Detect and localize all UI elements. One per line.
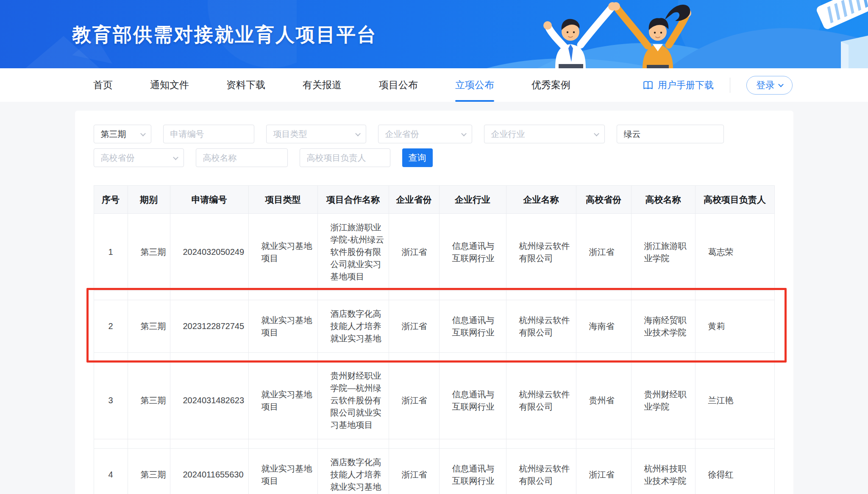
column-header: 高校名称 [631, 186, 695, 214]
nav-tab[interactable]: 项目公布 [379, 68, 418, 102]
table-cell: 就业实习基地项目 [248, 300, 317, 353]
nav-tab[interactable]: 资料下载 [226, 68, 265, 102]
table-cell: 杭州绿云软件有限公司 [506, 300, 576, 353]
column-header: 期别 [128, 186, 170, 214]
table-cell: 第三期 [128, 300, 170, 353]
table-cell: 杭州科技职业技术学院 [631, 449, 695, 494]
chevron-down-icon [355, 131, 361, 136]
table-cell: 贵州财经职业学院 [631, 362, 695, 439]
filter-row-2: 高校省份 查询 [94, 148, 793, 167]
table-cell: 浙江旅游职业学院 [631, 214, 695, 291]
nav-right-group: 用户手册下载 登录 [643, 76, 793, 95]
nav-tab[interactable]: 立项公布 [455, 68, 494, 102]
table-cell: 贵州财经职业学院—杭州绿云软件股份有限公司就业实习基地项目 [317, 362, 389, 439]
table-row: 3第三期2024031482623就业实习基地项目贵州财经职业学院—杭州绿云软件… [94, 362, 774, 439]
column-header: 企业名称 [506, 186, 576, 214]
table-cell: 浙江省 [576, 214, 631, 291]
manual-download-link[interactable]: 用户手册下载 [643, 79, 714, 92]
table-body: 1第三期2024032050249就业实习基地项目浙江旅游职业学院-杭州绿云软件… [94, 214, 774, 494]
table-cell: 杭州绿云软件有限公司 [506, 214, 576, 291]
search-button[interactable]: 查询 [402, 148, 433, 167]
main-nav: 首页通知文件资料下载有关报道项目公布立项公布优秀案例 用户手册下载 登录 [0, 68, 868, 102]
chevron-down-icon [778, 82, 784, 87]
apply-no-input[interactable] [163, 125, 254, 143]
company-province-placeholder: 企业省份 [385, 128, 419, 140]
nav-tab[interactable]: 优秀案例 [531, 68, 570, 102]
table-row: 4第三期2024011655630就业实习基地项目酒店数字化高技能人才培养就业实… [94, 449, 774, 494]
column-header: 项目合作名称 [317, 186, 389, 214]
period-select-value: 第三期 [101, 128, 126, 140]
table-cell: 浙江旅游职业学院-杭州绿云软件股份有限公司就业实习基地项目 [317, 214, 389, 291]
table-cell: 浙江省 [389, 362, 439, 439]
period-select[interactable]: 第三期 [94, 125, 151, 143]
login-label: 登录 [756, 79, 775, 92]
spacer-row [94, 353, 774, 362]
table-cell: 2024031482623 [170, 362, 248, 439]
table-cell: 信息通讯与互联网行业 [439, 449, 506, 494]
spacer-row [94, 439, 774, 449]
chevron-down-icon [140, 131, 146, 136]
table-cell: 葛志荣 [695, 214, 774, 291]
table-cell: 兰江艳 [695, 362, 774, 439]
table-cell: 就业实习基地项目 [248, 214, 317, 291]
table-cell: 2024032050249 [170, 214, 248, 291]
company-industry-select[interactable]: 企业行业 [484, 125, 605, 143]
table-cell: 2024011655630 [170, 449, 248, 494]
column-header: 申请编号 [170, 186, 248, 214]
filter-row-1: 第三期 项目类型 企业省份 企业行业 [94, 125, 793, 143]
table-cell: 第三期 [128, 362, 170, 439]
company-province-select[interactable]: 企业省份 [378, 125, 472, 143]
nav-tabs: 首页通知文件资料下载有关报道项目公布立项公布优秀案例 [93, 68, 570, 102]
chevron-down-icon [173, 154, 178, 160]
table-cell: 浙江省 [576, 449, 631, 494]
table-header-row: 序号期别申请编号项目类型项目合作名称企业省份企业行业企业名称高校省份高校名称高校… [94, 186, 774, 214]
table-cell: 贵州省 [576, 362, 631, 439]
column-header: 项目类型 [248, 186, 317, 214]
table-cell: 第三期 [128, 214, 170, 291]
page-root: 教育部供需对接就业育人项目平台 [0, 0, 868, 494]
company-industry-placeholder: 企业行业 [491, 128, 525, 140]
nav-tab[interactable]: 有关报道 [303, 68, 342, 102]
table-row: 1第三期2024032050249就业实习基地项目浙江旅游职业学院-杭州绿云软件… [94, 214, 774, 291]
spacer-row [94, 291, 774, 300]
table-cell: 信息通讯与互联网行业 [439, 214, 506, 291]
college-leader-input[interactable] [300, 148, 390, 167]
table-cell: 1 [94, 214, 128, 291]
table-cell: 信息通讯与互联网行业 [439, 300, 506, 353]
table-cell: 酒店数字化高技能人才培养就业实习基地 [317, 449, 389, 494]
table-cell: 浙江省 [389, 214, 439, 291]
college-province-select[interactable]: 高校省份 [94, 148, 184, 167]
table-cell: 杭州绿云软件有限公司 [506, 362, 576, 439]
table-cell: 就业实习基地项目 [248, 449, 317, 494]
table-cell: 徐得红 [695, 449, 774, 494]
table-cell: 3 [94, 362, 128, 439]
table-cell: 4 [94, 449, 128, 494]
column-header: 高校项目负责人 [695, 186, 774, 214]
divider [730, 78, 730, 93]
college-name-input[interactable] [196, 148, 288, 167]
login-button[interactable]: 登录 [746, 76, 793, 95]
table-cell: 2 [94, 300, 128, 353]
nav-tab[interactable]: 首页 [93, 68, 113, 102]
table-cell: 酒店数字化高技能人才培养就业实习基地 [317, 300, 389, 353]
nav-tab[interactable]: 通知文件 [150, 68, 189, 102]
table-cell: 海南省 [576, 300, 631, 353]
table-cell: 第三期 [128, 449, 170, 494]
college-province-placeholder: 高校省份 [101, 152, 135, 164]
manual-download-label: 用户手册下载 [658, 79, 714, 92]
table-cell: 信息通讯与互联网行业 [439, 362, 506, 439]
project-type-select[interactable]: 项目类型 [266, 125, 366, 143]
book-icon [643, 80, 654, 91]
table-cell: 浙江省 [389, 300, 439, 353]
table-cell: 海南经贸职业技术学院 [631, 300, 695, 353]
column-header: 企业省份 [389, 186, 439, 214]
company-name-input[interactable] [617, 125, 724, 143]
table-cell: 2023122872745 [170, 300, 248, 353]
table-cell: 杭州绿云软件有限公司 [506, 449, 576, 494]
chevron-down-icon [461, 131, 467, 136]
content-area: 第三期 项目类型 企业省份 企业行业 [0, 111, 868, 494]
column-header: 序号 [94, 186, 128, 214]
table-cell: 浙江省 [389, 449, 439, 494]
chevron-down-icon [594, 131, 599, 136]
content-card: 第三期 项目类型 企业省份 企业行业 [75, 111, 793, 494]
